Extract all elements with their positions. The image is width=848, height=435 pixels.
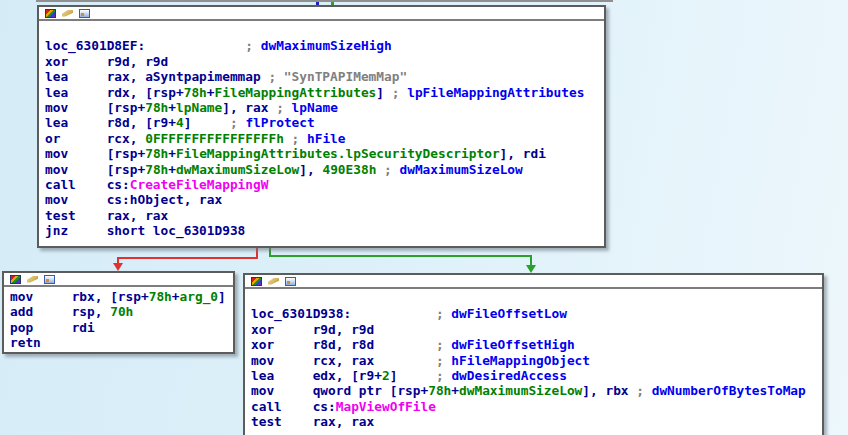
asm-line: loc_6301D8EF: ; dwMaximumSizeHigh	[45, 38, 604, 53]
asm-line: xor r8d, r8d ; dwFileOffsetHigh	[251, 337, 822, 352]
edge-true-branch-arrowhead	[526, 265, 536, 273]
asm-line: lea rax, aSyntpapimemmap ; "SynTPAPIMemM…	[45, 69, 604, 84]
node-edit-icon[interactable]	[27, 275, 38, 284]
asm-line: mov [rsp+78h+FileMappingAttributes.lpSec…	[45, 146, 604, 161]
asm-line: call cs:CreateFileMappingW	[45, 177, 604, 192]
disassembly-listing: mov rbx, [rsp+78h+arg_0]add rsp, 70hpop …	[4, 287, 233, 353]
node-edit-icon[interactable]	[62, 9, 73, 18]
asm-line: xor r9d, r9d	[45, 54, 604, 69]
disassembly-listing: loc_6301D938: ; dwFileOffsetLowxor r9d, …	[245, 289, 822, 432]
asm-line: jnz short loc_6301D938	[45, 223, 604, 238]
node-titlebar[interactable]	[245, 275, 822, 289]
asm-line: call cs:MapViewOfFile	[251, 399, 822, 414]
node-titlebar[interactable]	[4, 273, 233, 287]
node-group-icon[interactable]	[79, 9, 90, 18]
graph-canvas[interactable]: loc_6301D8EF: ; dwMaximumSizeHighxor r9d…	[0, 0, 848, 435]
asm-line: test rax, rax	[45, 208, 604, 223]
asm-line: mov cs:hObject, rax	[45, 192, 604, 207]
node-group-icon[interactable]	[44, 275, 55, 284]
node-group-icon[interactable]	[285, 277, 296, 286]
asm-line: pop rdi	[10, 320, 233, 335]
edge-false-branch-arrowhead	[113, 263, 123, 271]
asm-line: test rax, rax	[251, 414, 822, 429]
edge-true-branch-segment	[530, 255, 532, 265]
node-color-icon[interactable]	[10, 275, 21, 284]
basic-block-loc_6301D938[interactable]: loc_6301D938: ; dwFileOffsetLowxor r9d, …	[243, 273, 824, 435]
asm-line: mov [rsp+78h+dwMaximumSizeLow], 490E38h …	[45, 162, 604, 177]
node-color-icon[interactable]	[45, 9, 56, 18]
asm-line: lea rdx, [rsp+78h+FileMappingAttributes]…	[45, 85, 604, 100]
node-color-icon[interactable]	[251, 277, 262, 286]
asm-line	[251, 291, 822, 306]
edge-false-branch-segment	[117, 257, 258, 259]
node-titlebar[interactable]	[39, 7, 604, 21]
asm-line: loc_6301D938: ; dwFileOffsetLow	[251, 306, 822, 321]
asm-line: mov qword ptr [rsp+78h+dwMaximumSizeLow]…	[251, 383, 822, 398]
basic-block-return[interactable]: mov rbx, [rsp+78h+arg_0]add rsp, 70hpop …	[2, 271, 235, 354]
asm-line: mov [rsp+78h+lpName], rax ; lpName	[45, 100, 604, 115]
asm-line: xor r9d, r9d	[251, 322, 822, 337]
asm-line: add rsp, 70h	[10, 304, 233, 319]
disassembly-listing: loc_6301D8EF: ; dwMaximumSizeHighxor r9d…	[39, 21, 604, 241]
edge-true-branch-segment	[269, 255, 532, 257]
asm-line: lea r8d, [r9+4] ; flProtect	[45, 115, 604, 130]
asm-line	[45, 23, 604, 38]
asm-line: mov rbx, [rsp+78h+arg_0]	[10, 289, 233, 304]
basic-block-loc_6301D8EF[interactable]: loc_6301D8EF: ; dwMaximumSizeHighxor r9d…	[37, 5, 606, 248]
node-edit-icon[interactable]	[268, 277, 279, 286]
asm-line: mov rcx, rax ; hFileMappingObject	[251, 353, 822, 368]
asm-line: retn	[10, 335, 233, 350]
cutoff-node-bottom-border	[36, 0, 613, 2]
asm-line: lea edx, [r9+2] ; dwDesiredAccess	[251, 368, 822, 383]
asm-line: or rcx, 0FFFFFFFFFFFFFFFFh ; hFile	[45, 131, 604, 146]
